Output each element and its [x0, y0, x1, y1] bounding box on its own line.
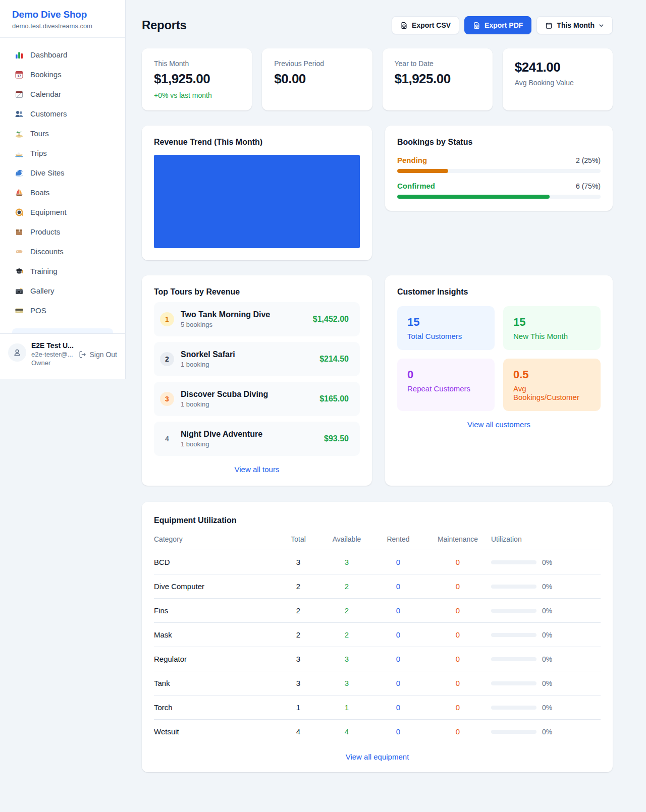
sidebar-item-discounts[interactable]: Discounts [6, 242, 119, 261]
tour-bookings: 1 booking [181, 400, 313, 408]
sidebar-item-label: Products [30, 227, 60, 236]
sidebar-item-bookings[interactable]: 17 Bookings [6, 65, 119, 84]
sidebar-item-dashboard[interactable]: Dashboard [6, 45, 119, 65]
header-actions: Export CSV Export PDF This Month [392, 16, 613, 34]
user-info: E2E Test U... e2e-tester@... Owner [31, 341, 74, 367]
svg-text:17: 17 [17, 74, 21, 78]
sign-out-button[interactable]: Sign Out [79, 351, 117, 359]
status-progress-track [397, 169, 601, 173]
tour-bookings: 1 booking [181, 361, 313, 368]
equipment-available: 2 [321, 574, 372, 599]
equipment-rented: 0 [372, 671, 424, 695]
sidebar-item-label: Bookings [30, 70, 62, 79]
sidebar-item-products[interactable]: Products [6, 222, 119, 242]
utilization-percent: 0% [542, 607, 552, 615]
equipment-category: Dive Computer [154, 574, 275, 599]
graduation-cap-icon [14, 266, 24, 276]
list-item: 2 Snorkel Safari 1 booking $214.50 [154, 342, 360, 376]
sidebar-item-label: Tours [30, 129, 49, 138]
sidebar-item-training[interactable]: Training [6, 261, 119, 281]
table-header-row: Category Total Available Rented Maintena… [154, 535, 601, 550]
utilization-percent: 0% [542, 679, 552, 687]
revenue-trend-card: Revenue Trend (This Month) [142, 126, 372, 260]
sidebar-item-dive-sites[interactable]: Dive Sites [6, 163, 119, 183]
equipment-available: 3 [321, 550, 372, 574]
status-label: Confirmed [397, 182, 435, 190]
stat-value: $1,925.00 [154, 71, 240, 87]
customer-insights-card: Customer Insights 15 Total Customers 15 … [385, 275, 613, 486]
bookings-by-status-title: Bookings by Status [397, 138, 601, 147]
equipment-maintenance: 0 [424, 695, 491, 720]
equipment-total: 4 [275, 720, 321, 744]
tour-amount: $165.00 [319, 394, 349, 403]
table-row: Wetsuit 4 4 0 0 0% [154, 720, 601, 744]
utilization-percent: 0% [542, 655, 552, 663]
table-row: Tank 3 3 0 0 0% [154, 671, 601, 695]
stat-value: $1,925.00 [395, 71, 480, 87]
equipment-total: 2 [275, 599, 321, 623]
tour-bookings: 1 booking [181, 440, 317, 448]
utilization-percent: 0% [542, 558, 552, 566]
sidebar-item-equipment[interactable]: Equipment [6, 202, 119, 222]
sidebar-item-customers[interactable]: Customers [6, 104, 119, 124]
equipment-available: 2 [321, 599, 372, 623]
column-header-total: Total [275, 535, 321, 550]
export-pdf-button[interactable]: Export PDF [464, 16, 531, 34]
table-row: Regulator 3 3 0 0 0% [154, 647, 601, 671]
view-all-equipment-link[interactable]: View all equipment [154, 752, 601, 761]
sidebar-item-gallery[interactable]: Gallery [6, 281, 119, 301]
stats-row: This Month $1,925.00 +0% vs last month P… [142, 48, 613, 110]
equipment-utilization-title: Equipment Utilization [154, 516, 601, 525]
view-all-customers-link[interactable]: View all customers [397, 420, 601, 429]
sidebar-item-tours[interactable]: Tours [6, 124, 119, 143]
tile-value: 0 [407, 368, 484, 381]
insight-tile-repeat-customers: 0 Repeat Customers [397, 359, 495, 411]
stat-card-this-month: This Month $1,925.00 +0% vs last month [142, 48, 252, 110]
equipment-category: Tank [154, 671, 275, 695]
utilization-bar [491, 730, 536, 734]
sidebar: Demo Dive Shop demo.test.divestreams.com… [0, 0, 126, 379]
equipment-total: 3 [275, 550, 321, 574]
utilization-bar [491, 657, 536, 661]
tile-label: Avg Bookings/Customer [513, 384, 590, 401]
equipment-table: Category Total Available Rented Maintena… [154, 535, 601, 743]
equipment-available: 1 [321, 695, 372, 720]
sidebar-nav: Dashboard 17 Bookings Calendar Customers… [0, 38, 125, 333]
utilization-percent: 0% [542, 704, 552, 712]
sidebar-item-label: POS [30, 306, 46, 315]
sidebar-item-pos[interactable]: POS [6, 301, 119, 320]
equipment-total: 1 [275, 695, 321, 720]
view-all-tours-link[interactable]: View all tours [154, 465, 360, 474]
sidebar-item-label: Dive Sites [30, 168, 65, 177]
export-csv-label: Export CSV [412, 21, 451, 29]
export-csv-button[interactable]: Export CSV [392, 16, 459, 34]
tour-name: Snorkel Safari [181, 350, 313, 359]
sidebar-item-calendar[interactable]: Calendar [6, 84, 119, 104]
customer-insights-title: Customer Insights [397, 287, 601, 297]
equipment-maintenance: 0 [424, 574, 491, 599]
sidebar-item-boats[interactable]: Boats [6, 183, 119, 202]
equipment-total: 2 [275, 574, 321, 599]
bookings-by-status-card: Bookings by Status Pending 2 (25%) Confi… [385, 126, 613, 211]
equipment-available: 2 [321, 623, 372, 647]
sidebar-item-trips[interactable]: Trips [6, 143, 119, 163]
rank-badge: 2 [160, 352, 174, 366]
sidebar-item-label: Gallery [30, 286, 55, 295]
sidebar-item-label: Trips [30, 149, 47, 157]
insight-tile-new-this-month: 15 New This Month [503, 306, 601, 350]
people-icon [14, 109, 24, 119]
equipment-rented: 0 [372, 574, 424, 599]
sailboat-icon [14, 188, 24, 197]
utilization-bar [491, 585, 536, 589]
bar-chart-icon [14, 50, 24, 60]
insights-row: Top Tours by Revenue 1 Two Tank Morning … [142, 275, 613, 486]
utilization-percent: 0% [542, 728, 552, 736]
utilization-bar [491, 609, 536, 613]
status-progress-track [397, 195, 601, 199]
stat-value: $241.00 [515, 60, 601, 75]
period-select[interactable]: This Month [536, 16, 613, 34]
shop-domain: demo.test.divestreams.com [12, 22, 113, 30]
tile-label: Total Customers [407, 332, 484, 340]
sidebar-item-label: Discounts [30, 247, 64, 256]
sidebar-item-reports[interactable] [12, 328, 113, 333]
